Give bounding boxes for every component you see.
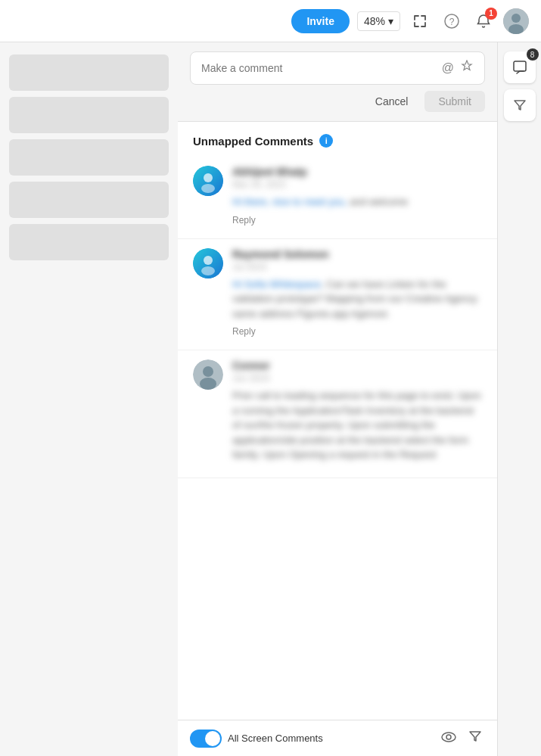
comment-timestamp: Mar 29, 2023: [232, 179, 482, 190]
sidebar-item-1: [9, 54, 169, 91]
comment-body: Connor Jun 2024 Prior call to loading se…: [232, 359, 482, 465]
all-screen-toggle[interactable]: [190, 730, 222, 748]
reply-link[interactable]: Reply: [232, 215, 256, 226]
chevron-down-icon: ▾: [388, 15, 393, 27]
comment-author-name: Abhijeet Bhatp: [232, 166, 482, 178]
sidebar-item-3: [9, 139, 169, 176]
pin-icon[interactable]: [460, 60, 474, 76]
svg-rect-16: [514, 61, 526, 71]
info-icon[interactable]: i: [319, 134, 333, 148]
unmapped-header: Unmapped Comments i: [178, 122, 497, 157]
all-screen-label: All Screen Comments: [228, 733, 432, 744]
reply-link[interactable]: Reply: [232, 326, 256, 337]
zoom-selector[interactable]: 48% ▾: [357, 11, 400, 31]
submit-button[interactable]: Submit: [424, 91, 485, 112]
help-icon[interactable]: ?: [440, 9, 464, 33]
invite-button[interactable]: Invite: [291, 9, 350, 33]
comment-author-name: Connor: [232, 359, 482, 372]
comment-input-box: @: [190, 51, 485, 85]
comment-text: Hi Sofia Whitespace, Can we have Linken …: [232, 277, 482, 322]
avatar: [193, 359, 223, 390]
avatar: [193, 248, 223, 278]
comment-panel: @ Cancel Submit Unmapped Comments i: [178, 42, 497, 756]
filter-icon[interactable]: [465, 726, 485, 750]
comment-item: Abhijeet Bhatp Mar 29, 2023 Hi there, ni…: [178, 157, 497, 239]
svg-point-10: [201, 266, 215, 275]
svg-point-6: [204, 173, 213, 182]
comments-list-area: Unmapped Comments i: [178, 121, 497, 720]
comment-item: Raymond Solomon Jul 2024 Hi Sofia Whites…: [178, 239, 497, 351]
bottom-bar: All Screen Comments: [178, 720, 497, 756]
topbar: Invite 48% ▾ ? 1: [0, 0, 541, 42]
comments-panel-button[interactable]: 8: [504, 51, 536, 83]
svg-point-7: [201, 184, 215, 193]
at-mention-icon[interactable]: @: [442, 61, 454, 75]
sidebar-item-4: [9, 182, 169, 218]
comment-text: Hi there, nice to meet you, and welcome: [232, 194, 482, 210]
svg-point-3: [511, 14, 521, 23]
zoom-value: 48%: [364, 15, 385, 27]
unmapped-title: Unmapped Comments: [193, 135, 313, 148]
filter-side-button[interactable]: [504, 89, 536, 121]
comment-text: Prior call to loading sequence for this …: [232, 388, 482, 462]
avatar: [193, 166, 223, 196]
comment-input[interactable]: [201, 62, 436, 74]
user-avatar[interactable]: [503, 8, 529, 34]
comment-timestamp: Jun 2024: [232, 373, 482, 384]
comment-author-name: Raymond Solomon: [232, 248, 482, 260]
svg-point-12: [203, 366, 213, 377]
toggle-knob: [205, 731, 220, 746]
notification-badge: 1: [485, 8, 497, 20]
comment-actions: Cancel Submit: [190, 91, 485, 112]
expand-icon[interactable]: [408, 9, 432, 33]
svg-point-13: [200, 378, 216, 390]
cancel-button[interactable]: Cancel: [365, 91, 419, 112]
sidebar-item-5: [9, 224, 169, 260]
svg-point-9: [204, 256, 213, 265]
comment-body: Raymond Solomon Jul 2024 Hi Sofia Whites…: [232, 248, 482, 338]
comment-timestamp: Jul 2024: [232, 262, 482, 272]
right-panel: 8: [497, 42, 541, 756]
comments-badge: 8: [527, 48, 539, 61]
comment-item: Connor Jun 2024 Prior call to loading se…: [178, 350, 497, 478]
comment-input-area: @ Cancel Submit: [178, 42, 497, 121]
svg-text:?: ?: [449, 16, 455, 26]
comment-body: Abhijeet Bhatp Mar 29, 2023 Hi there, ni…: [232, 166, 482, 226]
eye-icon[interactable]: [438, 727, 459, 749]
svg-point-15: [446, 735, 451, 739]
sidebar-item-2: [9, 97, 169, 133]
svg-point-14: [442, 733, 455, 742]
notification-wrapper: 1: [471, 9, 496, 33]
sidebar: [0, 42, 178, 756]
